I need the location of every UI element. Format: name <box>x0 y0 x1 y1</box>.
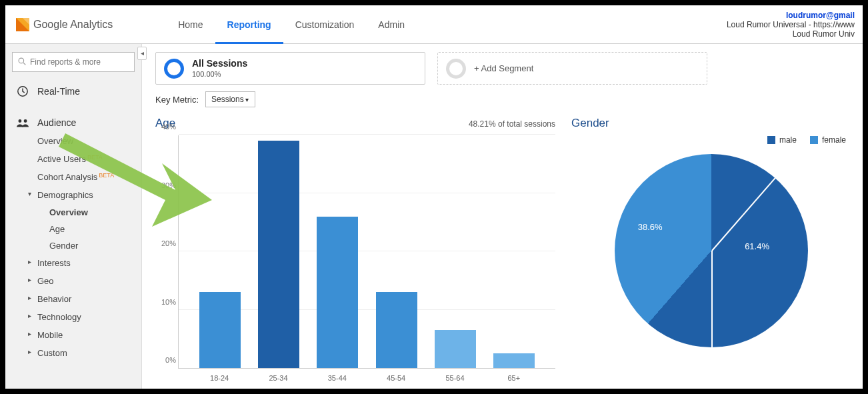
age-xlabel-18-24: 18-24 <box>190 369 249 382</box>
nav-overview[interactable]: Overview <box>37 132 141 150</box>
age-bar-18-24 <box>199 292 241 368</box>
key-metric-row: Key Metric: Sessions <box>155 91 853 107</box>
svg-line-4 <box>23 62 25 64</box>
sidebar-label-realtime: Real-Time <box>37 86 80 97</box>
search-box[interactable] <box>12 52 135 72</box>
age-xlabel-35-44: 35-44 <box>308 369 367 382</box>
nav-mobile[interactable]: Mobile <box>37 326 141 344</box>
nav-demographics-age[interactable]: Age <box>49 221 141 237</box>
legend-male: male <box>767 135 797 145</box>
y-tick-2: 20% <box>156 239 176 247</box>
age-chart: Age 48.21% of total sessions 0% 10% 20% … <box>155 117 555 382</box>
account-view: Loud Rumor Univ <box>727 29 855 39</box>
key-metric-select[interactable]: Sessions <box>205 91 255 107</box>
tab-admin[interactable]: Admin <box>366 5 417 44</box>
age-xlabel-55-64: 55-64 <box>425 369 484 382</box>
svg-point-6 <box>18 119 21 123</box>
gender-pie: 61.4% 38.6% <box>615 154 808 347</box>
y-tick-0: 0% <box>156 356 176 364</box>
age-bar-65+ <box>493 353 535 368</box>
nav-geo[interactable]: Geo <box>37 272 141 290</box>
svg-point-3 <box>19 58 24 63</box>
pie-male-pct: 61.4% <box>745 241 769 251</box>
people-icon <box>16 117 29 128</box>
logo-text: Google Analytics <box>33 19 113 31</box>
segment-circle-icon <box>164 59 184 79</box>
search-icon <box>18 57 26 67</box>
nav-demographics-gender[interactable]: Gender <box>49 237 141 254</box>
tab-home[interactable]: Home <box>166 5 215 44</box>
account-email: loudrumor@gmail <box>727 11 855 20</box>
age-xlabel-65+: 65+ <box>485 369 543 382</box>
tab-reporting[interactable]: Reporting <box>215 5 283 44</box>
legend-female: female <box>810 135 846 145</box>
nav-interests[interactable]: Interests <box>37 254 141 272</box>
logo[interactable]: Google Analytics <box>16 18 113 31</box>
nav-cohort-analysis[interactable]: Cohort Analysis <box>37 168 141 186</box>
segment-all-sessions[interactable]: All Sessions 100.00% <box>155 52 425 85</box>
sidebar-item-realtime[interactable]: Real-Time <box>5 81 141 101</box>
age-xlabel-25-34: 25-34 <box>249 369 307 382</box>
gender-chart: Gender male female 61.4% 38.6% <box>571 117 851 382</box>
segment-row: All Sessions 100.00% + Add Segment <box>155 52 853 85</box>
age-bar-45-54 <box>376 292 417 368</box>
segment-title: All Sessions <box>192 58 247 69</box>
account-property: Loud Rumor Universal - https://www <box>727 20 855 29</box>
clock-icon <box>16 85 29 97</box>
nav-technology[interactable]: Technology <box>37 308 141 326</box>
age-bar-25-34 <box>258 141 299 368</box>
account-info[interactable]: loudrumor@gmail Loud Rumor Universal - h… <box>727 11 855 39</box>
age-bar-55-64 <box>435 330 476 368</box>
gender-chart-title: Gender <box>571 117 609 130</box>
gender-legend: male female <box>571 135 846 145</box>
nav-custom[interactable]: Custom <box>37 344 141 362</box>
y-tick-1: 10% <box>156 298 176 306</box>
sidebar-item-audience[interactable]: Audience <box>5 113 141 132</box>
search-input[interactable] <box>30 57 129 67</box>
nav-demographics[interactable]: Demographics <box>37 186 141 204</box>
add-segment-circle-icon <box>446 59 466 79</box>
main-content: All Sessions 100.00% + Add Segment Key M… <box>142 44 863 389</box>
svg-point-7 <box>24 119 27 123</box>
main-tabs: Home Reporting Customization Admin <box>166 5 417 44</box>
tab-customization[interactable]: Customization <box>283 5 367 44</box>
nav-behavior[interactable]: Behavior <box>37 290 141 308</box>
age-bar-area: 0% 10% 20% 30% 40% <box>178 135 555 369</box>
add-segment-button[interactable]: + Add Segment <box>437 52 707 85</box>
key-metric-label: Key Metric: <box>155 95 199 105</box>
nav-active-users[interactable]: Active Users <box>37 150 141 168</box>
age-chart-subtitle: 48.21% of total sessions <box>469 119 555 129</box>
analytics-logo-icon <box>16 18 29 31</box>
topbar: Google Analytics Home Reporting Customiz… <box>5 5 863 44</box>
age-xlabel-45-54: 45-54 <box>367 369 425 382</box>
segment-pct: 100.00% <box>192 70 221 78</box>
y-tick-3: 30% <box>156 181 176 189</box>
age-bar-35-44 <box>317 217 358 369</box>
y-tick-4: 40% <box>156 123 176 131</box>
nav-demographics-overview[interactable]: Overview <box>49 204 141 221</box>
sidebar-label-audience: Audience <box>37 117 76 128</box>
sidebar: ◂ Real-Time Audience <box>5 44 142 389</box>
pie-female-pct: 38.6% <box>638 222 663 232</box>
add-segment-label: + Add Segment <box>474 63 533 73</box>
